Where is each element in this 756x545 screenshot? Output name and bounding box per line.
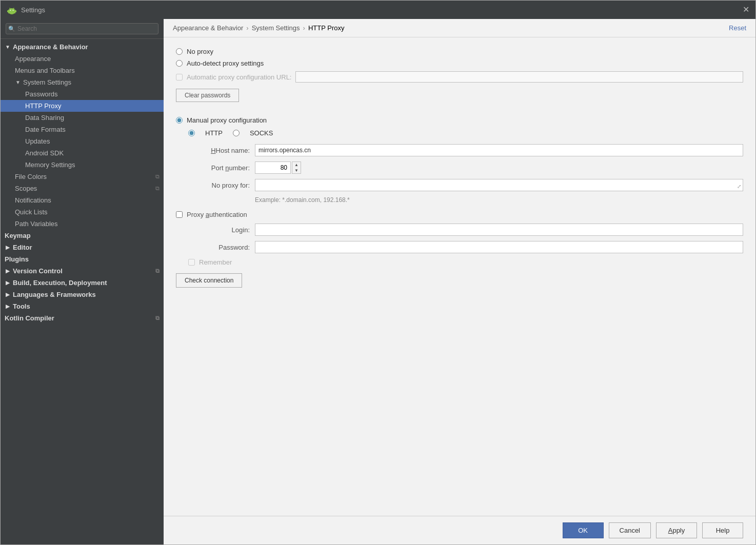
sidebar-item-passwords[interactable]: Passwords xyxy=(1,88,164,100)
sidebar-item-appearance[interactable]: Appearance xyxy=(1,53,164,65)
no-proxy-for-wrapper: ⤢ xyxy=(255,179,743,191)
settings-window: Settings ✕ 🔍 ▼ Appearance & Behavior App… xyxy=(0,0,756,545)
sidebar-tree: ▼ Appearance & Behavior Appearance Menus… xyxy=(1,39,164,544)
sidebar-item-memory-settings[interactable]: Memory Settings xyxy=(1,159,164,171)
expand-icon: ⤢ xyxy=(737,184,741,189)
sidebar-item-scopes[interactable]: Scopes ⧉ xyxy=(1,183,164,194)
auto-detect-label: Auto-detect proxy settings xyxy=(187,59,264,67)
login-row: Login: xyxy=(188,224,743,236)
breadcrumb-sep-1: › xyxy=(246,24,248,32)
copy-icon-vc: ⧉ xyxy=(155,268,160,274)
sidebar-item-tools[interactable]: ▶ Tools xyxy=(1,300,164,312)
manual-proxy-header: Manual proxy configuration xyxy=(176,116,743,124)
sidebar-item-languages-frameworks[interactable]: ▶ Languages & Frameworks xyxy=(1,289,164,300)
port-wrapper: ▲ ▼ xyxy=(255,162,301,174)
password-row: Password: xyxy=(188,241,743,253)
hostname-input[interactable] xyxy=(255,144,743,156)
breadcrumb-item-1: Appearance & Behavior xyxy=(173,24,243,32)
auto-detect-radio[interactable] xyxy=(176,60,183,67)
sidebar-item-file-colors[interactable]: File Colors ⧉ xyxy=(1,171,164,183)
port-down-button[interactable]: ▼ xyxy=(292,168,301,173)
search-wrapper: 🔍 xyxy=(6,23,158,34)
auto-url-input[interactable] xyxy=(295,71,743,83)
http-label: HTTP xyxy=(205,129,223,137)
sidebar-item-keymap[interactable]: Keymap xyxy=(1,230,164,241)
login-input[interactable] xyxy=(255,224,743,236)
breadcrumb: Appearance & Behavior › System Settings … xyxy=(173,24,345,32)
title-bar-left: Settings xyxy=(7,5,45,15)
port-row: Port number: ▲ ▼ xyxy=(188,162,743,174)
sidebar-item-kotlin-compiler[interactable]: Kotlin Compiler ⧉ xyxy=(1,312,164,324)
password-input[interactable] xyxy=(255,241,743,253)
ok-button[interactable]: OK xyxy=(563,522,604,538)
help-button[interactable]: Help xyxy=(702,522,743,538)
hostname-label: HHost name: xyxy=(188,147,250,154)
proxy-auth-checkbox[interactable] xyxy=(176,211,183,218)
breadcrumb-bar: Appearance & Behavior › System Settings … xyxy=(164,19,755,37)
sidebar-item-appearance-behavior[interactable]: ▼ Appearance & Behavior xyxy=(1,41,164,53)
check-connection-button[interactable]: Check connection xyxy=(176,273,242,288)
sidebar: 🔍 ▼ Appearance & Behavior Appearance Men… xyxy=(1,19,164,544)
title-bar: Settings ✕ xyxy=(1,1,755,19)
sidebar-item-http-proxy[interactable]: HTTP Proxy xyxy=(1,100,164,112)
login-label: Login: xyxy=(188,226,250,234)
sidebar-item-data-sharing[interactable]: Data Sharing xyxy=(1,112,164,124)
no-proxy-for-label: No proxy for: xyxy=(188,181,250,189)
no-proxy-label: No proxy xyxy=(187,48,213,55)
manual-proxy-radio[interactable] xyxy=(176,117,183,124)
sidebar-item-build-execution[interactable]: ▶ Build, Execution, Deployment xyxy=(1,277,164,289)
sidebar-item-menus-toolbars[interactable]: Menus and Toolbars xyxy=(1,65,164,76)
proxy-protocol-row: HTTP SOCKS xyxy=(188,129,743,137)
close-button[interactable]: ✕ xyxy=(743,6,749,14)
clear-passwords-button[interactable]: Clear passwords xyxy=(176,89,239,102)
sidebar-item-system-settings[interactable]: ▼ System Settings xyxy=(1,76,164,88)
expand-arrow-lang: ▶ xyxy=(5,292,11,297)
remember-row: Remember xyxy=(188,258,743,266)
sidebar-item-updates[interactable]: Updates xyxy=(1,135,164,147)
svg-rect-2 xyxy=(7,10,8,12)
search-input[interactable] xyxy=(6,23,158,34)
port-spinner: ▲ ▼ xyxy=(292,162,301,174)
manual-proxy-label: Manual proxy configuration xyxy=(187,116,267,124)
clear-passwords-container: Clear passwords xyxy=(176,89,743,109)
sidebar-item-path-variables[interactable]: Path Variables xyxy=(1,218,164,230)
no-proxy-radio[interactable] xyxy=(176,48,183,55)
auto-url-label: Automatic proxy configuration URL: xyxy=(187,73,291,81)
sidebar-item-android-sdk[interactable]: Android SDK xyxy=(1,147,164,159)
auto-detect-row: Auto-detect proxy settings xyxy=(176,59,743,67)
sidebar-item-date-formats[interactable]: Date Formats xyxy=(1,124,164,135)
password-label: Password: xyxy=(188,244,250,251)
app-icon xyxy=(7,5,17,15)
port-up-button[interactable]: ▲ xyxy=(292,162,301,168)
copy-icon-kotlin: ⧉ xyxy=(155,315,160,321)
search-icon: 🔍 xyxy=(8,26,15,32)
window-title: Settings xyxy=(21,6,45,14)
svg-rect-1 xyxy=(8,10,15,13)
sidebar-item-plugins[interactable]: Plugins xyxy=(1,253,164,265)
breadcrumb-item-2: System Settings xyxy=(252,24,300,32)
expand-arrow-vc: ▶ xyxy=(5,268,11,274)
socks-label: SOCKS xyxy=(250,129,273,137)
socks-protocol-radio[interactable] xyxy=(233,130,240,136)
sidebar-item-quick-lists[interactable]: Quick Lists xyxy=(1,206,164,218)
sidebar-item-editor[interactable]: ▶ Editor xyxy=(1,241,164,253)
remember-checkbox[interactable] xyxy=(188,259,195,266)
main-content: 🔍 ▼ Appearance & Behavior Appearance Men… xyxy=(1,19,755,544)
expand-arrow-build: ▶ xyxy=(5,280,11,286)
bottom-bar: OK Cancel Apply Help xyxy=(164,516,755,544)
panel-body: No proxy Auto-detect proxy settings Auto… xyxy=(164,37,755,516)
svg-rect-3 xyxy=(15,10,16,12)
sidebar-item-version-control[interactable]: ▶ Version Control ⧉ xyxy=(1,265,164,277)
no-proxy-for-input[interactable] xyxy=(255,179,743,191)
reset-link[interactable]: Reset xyxy=(729,24,746,32)
port-input[interactable] xyxy=(255,162,291,174)
port-label: Port number: xyxy=(188,164,250,172)
right-panel: Appearance & Behavior › System Settings … xyxy=(164,19,755,544)
sidebar-item-notifications[interactable]: Notifications xyxy=(1,194,164,206)
cancel-button[interactable]: Cancel xyxy=(609,522,651,538)
copy-icon: ⧉ xyxy=(155,173,160,180)
sidebar-search-area: 🔍 xyxy=(1,19,164,39)
apply-button[interactable]: Apply xyxy=(656,522,697,538)
auto-url-checkbox[interactable] xyxy=(176,74,183,80)
http-protocol-radio[interactable] xyxy=(188,130,195,136)
